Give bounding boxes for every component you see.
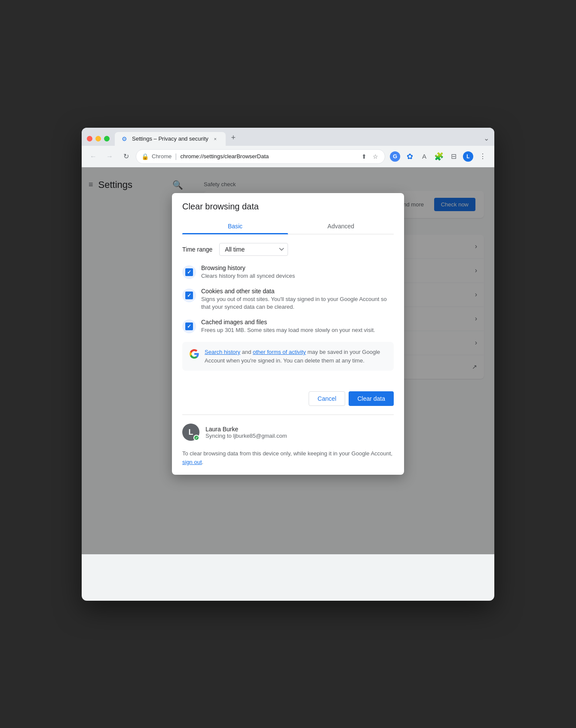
account-avatar-letter: L xyxy=(189,428,193,437)
maximize-traffic-light[interactable] xyxy=(104,136,110,141)
site-security-icon: 🔒 xyxy=(141,153,148,160)
split-screen-icon[interactable]: ⊟ xyxy=(447,150,460,163)
extensions-icon[interactable]: 🧩 xyxy=(432,150,445,163)
sync-dot: ✓ xyxy=(193,435,199,441)
checkbox-wrapper: ✓ xyxy=(182,289,196,302)
chrome-menu-button[interactable]: ⋮ xyxy=(476,150,489,163)
sync-checkmark-icon: ✓ xyxy=(195,436,198,440)
back-button[interactable]: ← xyxy=(87,150,100,163)
settings-page: ≡ Settings 🔍 Safety check 🛡 Chrome can h… xyxy=(82,167,494,554)
address-divider: | xyxy=(175,153,177,160)
account-info: Laura Burke Syncing to ljburke85@gmail.c… xyxy=(205,426,394,439)
cookies-desc: Signs you out of most sites. You'll stay… xyxy=(201,295,394,311)
dialog-body: Time range All time Last hour Last 24 ho… xyxy=(172,234,404,388)
cached-images-desc: Frees up 301 MB. Some sites may load mor… xyxy=(201,326,394,334)
share-icon[interactable]: ⬆ xyxy=(360,152,368,161)
google-logo-icon xyxy=(189,349,199,359)
active-tab[interactable]: ⚙ Settings – Privacy and security × xyxy=(115,132,226,146)
translate-icon[interactable]: A xyxy=(418,150,431,163)
tab-close-button[interactable]: × xyxy=(212,135,219,142)
cookies-title: Cookies and other site data xyxy=(201,288,394,295)
profile-avatar: L xyxy=(463,151,473,162)
tab-advanced[interactable]: Advanced xyxy=(288,218,394,234)
cached-images-text: Cached images and files Frees up 301 MB.… xyxy=(201,319,394,334)
cookies-checkbox[interactable]: ✓ xyxy=(185,292,193,299)
address-icons: ⬆ ☆ xyxy=(360,152,380,161)
cached-images-checkbox[interactable]: ✓ xyxy=(185,323,193,330)
tab-title-label: Settings – Privacy and security xyxy=(132,135,208,142)
new-tab-button[interactable]: + xyxy=(227,132,239,144)
google-info-box: Search history and other forms of activi… xyxy=(182,342,394,371)
reload-button[interactable]: ↻ xyxy=(119,150,132,163)
address-text[interactable]: chrome://settings/clearBrowserData xyxy=(180,153,356,160)
modal-backdrop: Clear browsing data Basic Advanced Time … xyxy=(82,167,494,554)
chrome-label: Chrome xyxy=(152,153,172,160)
info-text-middle: and xyxy=(240,349,253,355)
browsing-history-desc: Clears history from all synced devices xyxy=(201,272,394,280)
footer-text-prefix: To clear browsing data from this device … xyxy=(182,450,392,457)
extension-flower-icon[interactable]: ✿ xyxy=(403,150,416,163)
sign-out-link[interactable]: sign out xyxy=(182,459,202,465)
time-range-select[interactable]: All time Last hour Last 24 hours Last 7 … xyxy=(219,243,288,256)
tab-basic[interactable]: Basic xyxy=(182,218,288,234)
bookmark-icon[interactable]: ☆ xyxy=(371,152,380,161)
checkbox-wrapper: ✓ xyxy=(182,319,196,333)
tab-favicon-icon: ⚙ xyxy=(122,135,129,142)
tab-bar: ⚙ Settings – Privacy and security × + ⌄ xyxy=(115,132,489,146)
footer-text-suffix: . xyxy=(202,459,204,465)
dialog-footer: To clear browsing data from this device … xyxy=(172,449,404,475)
dialog-title: Clear browsing data xyxy=(182,202,394,212)
toolbar-icons: G ✿ A 🧩 ⊟ L ⋮ xyxy=(389,150,489,163)
address-bar[interactable]: 🔒 Chrome | chrome://settings/clearBrowse… xyxy=(136,149,385,164)
google-g-icon: G xyxy=(390,151,400,162)
checkmark-icon: ✓ xyxy=(187,323,191,329)
profile-avatar-button[interactable]: L xyxy=(462,150,475,163)
traffic-lights xyxy=(87,136,110,146)
dialog-header: Clear browsing data Basic Advanced xyxy=(172,193,404,234)
clear-data-button[interactable]: Clear data xyxy=(349,391,394,406)
checkbox-cached-images: ✓ Cached images and files Frees up 301 M… xyxy=(182,319,394,334)
dialog-tabs: Basic Advanced xyxy=(182,218,394,234)
minimize-traffic-light[interactable] xyxy=(95,136,101,141)
checkbox-browsing-history: ✓ Browsing history Clears history from a… xyxy=(182,264,394,280)
info-text-link2[interactable]: other forms of activity xyxy=(253,349,306,355)
checkbox-wrapper: ✓ xyxy=(182,265,196,279)
account-avatar: L ✓ xyxy=(182,424,199,441)
google-info-text: Search history and other forms of activi… xyxy=(205,348,387,365)
info-text-link1[interactable]: Search history xyxy=(205,349,240,355)
checkmark-icon: ✓ xyxy=(187,269,191,275)
browsing-history-checkbox[interactable]: ✓ xyxy=(185,268,193,276)
dialog-account: L ✓ Laura Burke Syncing to ljburke85@gma… xyxy=(172,415,404,449)
clear-browsing-data-dialog: Clear browsing data Basic Advanced Time … xyxy=(172,193,404,475)
cached-images-title: Cached images and files xyxy=(201,319,394,326)
google-icon-button[interactable]: G xyxy=(389,150,401,163)
dialog-actions: Cancel Clear data xyxy=(172,388,404,415)
account-email: Syncing to ljburke85@gmail.com xyxy=(205,433,394,439)
title-bar: ⚙ Settings – Privacy and security × + ⌄ xyxy=(82,128,494,146)
forward-button[interactable]: → xyxy=(103,150,116,163)
close-traffic-light[interactable] xyxy=(87,136,92,141)
checkbox-cookies: ✓ Cookies and other site data Signs you … xyxy=(182,288,394,311)
browsing-history-title: Browsing history xyxy=(201,264,394,271)
navigation-bar: ← → ↻ 🔒 Chrome | chrome://settings/clear… xyxy=(82,146,494,167)
account-name: Laura Burke xyxy=(205,426,394,433)
cancel-button[interactable]: Cancel xyxy=(309,391,346,406)
cookies-text: Cookies and other site data Signs you ou… xyxy=(201,288,394,311)
time-range-label: Time range xyxy=(182,246,212,253)
checkmark-icon: ✓ xyxy=(187,292,191,298)
tab-overflow-button[interactable]: ⌄ xyxy=(484,134,489,146)
time-range-row: Time range All time Last hour Last 24 ho… xyxy=(182,243,394,256)
browsing-history-text: Browsing history Clears history from all… xyxy=(201,264,394,280)
